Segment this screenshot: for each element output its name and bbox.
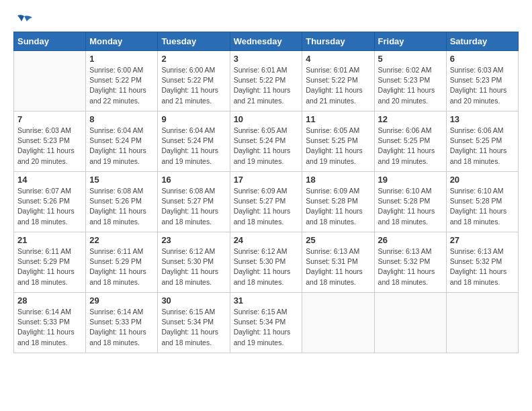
calendar-cell: 2Sunrise: 6:00 AMSunset: 5:22 PMDaylight… [158,51,230,111]
weekday-header-saturday: Saturday [446,32,518,51]
calendar-cell: 16Sunrise: 6:08 AMSunset: 5:27 PMDayligh… [158,172,230,232]
calendar-table: SundayMondayTuesdayWednesdayThursdayFrid… [13,32,519,353]
day-info: Sunrise: 6:08 AMSunset: 5:26 PMDaylight:… [89,186,154,227]
week-row-5: 28Sunrise: 6:14 AMSunset: 5:33 PMDayligh… [14,293,519,353]
day-info: Sunrise: 6:13 AMSunset: 5:32 PMDaylight:… [378,246,443,287]
day-number: 30 [161,295,226,306]
day-number: 19 [378,175,443,185]
calendar-cell [302,293,374,353]
calendar-cell: 28Sunrise: 6:14 AMSunset: 5:33 PMDayligh… [14,293,86,353]
calendar-cell [14,51,86,111]
day-number: 15 [89,175,154,185]
calendar-cell: 30Sunrise: 6:15 AMSunset: 5:34 PMDayligh… [158,293,230,353]
calendar-cell: 19Sunrise: 6:10 AMSunset: 5:28 PMDayligh… [374,172,446,232]
day-number: 23 [161,235,226,245]
day-number: 7 [17,114,82,124]
calendar-cell: 6Sunrise: 6:03 AMSunset: 5:23 PMDaylight… [446,51,518,111]
day-number: 11 [306,114,370,124]
day-number: 26 [378,235,443,245]
day-number: 1 [89,54,154,64]
calendar-cell: 26Sunrise: 6:13 AMSunset: 5:32 PMDayligh… [374,232,446,293]
day-number: 18 [306,175,370,185]
week-row-1: 1Sunrise: 6:00 AMSunset: 5:22 PMDaylight… [14,51,519,111]
page-header [13,13,519,28]
calendar-cell: 21Sunrise: 6:11 AMSunset: 5:29 PMDayligh… [14,232,86,293]
day-number: 21 [17,235,82,245]
day-info: Sunrise: 6:11 AMSunset: 5:29 PMDaylight:… [17,246,82,287]
day-info: Sunrise: 6:12 AMSunset: 5:30 PMDaylight:… [234,246,299,287]
day-info: Sunrise: 6:13 AMSunset: 5:32 PMDaylight:… [450,246,515,287]
day-number: 9 [161,114,226,124]
logo-bird-icon [15,13,34,28]
day-number: 24 [234,235,299,245]
day-info: Sunrise: 6:15 AMSunset: 5:34 PMDaylight:… [161,307,226,348]
day-info: Sunrise: 6:01 AMSunset: 5:22 PMDaylight:… [306,65,370,106]
weekday-header-wednesday: Wednesday [230,32,302,51]
day-info: Sunrise: 6:06 AMSunset: 5:25 PMDaylight:… [378,126,443,167]
day-number: 25 [306,235,370,245]
day-info: Sunrise: 6:04 AMSunset: 5:24 PMDaylight:… [89,126,154,167]
day-info: Sunrise: 6:11 AMSunset: 5:29 PMDaylight:… [89,246,154,287]
day-info: Sunrise: 6:01 AMSunset: 5:22 PMDaylight:… [234,65,299,106]
weekday-header-tuesday: Tuesday [158,32,230,51]
day-info: Sunrise: 6:09 AMSunset: 5:27 PMDaylight:… [234,186,299,227]
calendar-cell: 13Sunrise: 6:06 AMSunset: 5:25 PMDayligh… [446,111,518,172]
day-info: Sunrise: 6:14 AMSunset: 5:33 PMDaylight:… [89,307,154,348]
day-number: 2 [161,54,226,64]
calendar-cell: 5Sunrise: 6:02 AMSunset: 5:23 PMDaylight… [374,51,446,111]
day-info: Sunrise: 6:10 AMSunset: 5:28 PMDaylight:… [450,186,515,227]
calendar-cell: 23Sunrise: 6:12 AMSunset: 5:30 PMDayligh… [158,232,230,293]
week-row-4: 21Sunrise: 6:11 AMSunset: 5:29 PMDayligh… [14,232,519,293]
day-info: Sunrise: 6:03 AMSunset: 5:23 PMDaylight:… [17,126,82,167]
day-info: Sunrise: 6:05 AMSunset: 5:24 PMDaylight:… [234,126,299,167]
day-number: 5 [378,54,443,64]
calendar-cell: 20Sunrise: 6:10 AMSunset: 5:28 PMDayligh… [446,172,518,232]
day-info: Sunrise: 6:10 AMSunset: 5:28 PMDaylight:… [378,186,443,227]
day-info: Sunrise: 6:00 AMSunset: 5:22 PMDaylight:… [161,65,226,106]
day-info: Sunrise: 6:08 AMSunset: 5:27 PMDaylight:… [161,186,226,227]
calendar-cell: 12Sunrise: 6:06 AMSunset: 5:25 PMDayligh… [374,111,446,172]
calendar-cell: 7Sunrise: 6:03 AMSunset: 5:23 PMDaylight… [14,111,86,172]
day-info: Sunrise: 6:03 AMSunset: 5:23 PMDaylight:… [450,65,515,106]
day-number: 27 [450,235,515,245]
weekday-header-monday: Monday [86,32,158,51]
calendar-cell: 18Sunrise: 6:09 AMSunset: 5:28 PMDayligh… [302,172,374,232]
day-info: Sunrise: 6:07 AMSunset: 5:26 PMDaylight:… [17,186,82,227]
calendar-cell: 8Sunrise: 6:04 AMSunset: 5:24 PMDaylight… [86,111,158,172]
day-info: Sunrise: 6:13 AMSunset: 5:31 PMDaylight:… [306,246,370,287]
week-row-2: 7Sunrise: 6:03 AMSunset: 5:23 PMDaylight… [14,111,519,172]
day-info: Sunrise: 6:14 AMSunset: 5:33 PMDaylight:… [17,307,82,348]
day-number: 16 [161,175,226,185]
calendar-cell [374,293,446,353]
calendar-cell: 25Sunrise: 6:13 AMSunset: 5:31 PMDayligh… [302,232,374,293]
day-number: 14 [17,175,82,185]
day-number: 6 [450,54,515,64]
weekday-header-thursday: Thursday [302,32,374,51]
day-number: 13 [450,114,515,124]
calendar-cell: 17Sunrise: 6:09 AMSunset: 5:27 PMDayligh… [230,172,302,232]
day-number: 20 [450,175,515,185]
day-info: Sunrise: 6:06 AMSunset: 5:25 PMDaylight:… [450,126,515,167]
calendar-cell: 3Sunrise: 6:01 AMSunset: 5:22 PMDaylight… [230,51,302,111]
day-info: Sunrise: 6:12 AMSunset: 5:30 PMDaylight:… [161,246,226,287]
day-info: Sunrise: 6:02 AMSunset: 5:23 PMDaylight:… [378,65,443,106]
logo [13,13,34,28]
day-number: 8 [89,114,154,124]
day-number: 3 [234,54,299,64]
day-number: 29 [89,295,154,306]
calendar-cell: 4Sunrise: 6:01 AMSunset: 5:22 PMDaylight… [302,51,374,111]
calendar-cell: 29Sunrise: 6:14 AMSunset: 5:33 PMDayligh… [86,293,158,353]
day-number: 31 [234,295,299,306]
day-number: 22 [89,235,154,245]
calendar-cell: 11Sunrise: 6:05 AMSunset: 5:25 PMDayligh… [302,111,374,172]
day-number: 10 [234,114,299,124]
day-info: Sunrise: 6:04 AMSunset: 5:24 PMDaylight:… [161,126,226,167]
weekday-header-sunday: Sunday [14,32,86,51]
calendar-cell [446,293,518,353]
day-number: 28 [17,295,82,306]
day-info: Sunrise: 6:15 AMSunset: 5:34 PMDaylight:… [234,307,299,348]
calendar-cell: 14Sunrise: 6:07 AMSunset: 5:26 PMDayligh… [14,172,86,232]
calendar-cell: 24Sunrise: 6:12 AMSunset: 5:30 PMDayligh… [230,232,302,293]
calendar-cell: 9Sunrise: 6:04 AMSunset: 5:24 PMDaylight… [158,111,230,172]
week-row-3: 14Sunrise: 6:07 AMSunset: 5:26 PMDayligh… [14,172,519,232]
